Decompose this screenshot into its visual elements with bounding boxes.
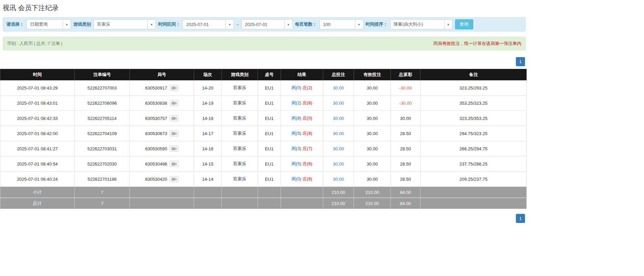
round-cell: 630530590	[130, 141, 194, 156]
total-bet-link[interactable]: 30.00	[333, 131, 344, 136]
player-result: 闲(3)	[291, 146, 301, 151]
table-row: 2025-07-01 08:40:54522622702030630530496…	[0, 156, 527, 172]
valid-bet-cell: 30.00	[354, 80, 391, 96]
col-header-game-type: 游戏类别	[222, 69, 258, 80]
result-cell: 闲(2) 庄(8)	[281, 96, 323, 111]
date-to-value: 2025-07-01	[242, 22, 284, 27]
bet-id-cell: 522622703031	[75, 141, 130, 156]
player-result: 闲(5)	[291, 131, 301, 136]
col-header-remark: 备注	[421, 69, 527, 80]
payout-cell: -30.00	[391, 80, 421, 96]
currency-summary-text: 币别 : 人民币 | 总共 :7 注单 |	[7, 41, 63, 47]
time-cell: 2025-07-01 08:42:00	[0, 126, 75, 141]
table-no-cell: EU1	[258, 111, 281, 126]
col-header-session: 场次	[194, 69, 222, 80]
bet-id-cell: 522622702030	[75, 156, 130, 172]
video-replay-button[interactable]	[170, 161, 178, 167]
valid-bet-cell: 30.00	[354, 172, 391, 187]
total-bet-link[interactable]: 30.00	[333, 177, 344, 182]
page-number-button[interactable]: 1	[516, 57, 525, 66]
video-replay-button[interactable]	[170, 115, 178, 121]
footer-empty-cell	[194, 198, 222, 209]
page-size-select[interactable]: 100 ▾	[319, 19, 363, 29]
round-cell: 630530420	[130, 172, 194, 187]
footer-payout-cell: 84.00	[391, 198, 421, 209]
player-result: 闲(0)	[291, 85, 301, 90]
total-bet-cell: 30.00	[323, 80, 354, 96]
result-cell: 闲(5) 庄(8)	[281, 126, 323, 141]
game-type-value: 百家乐	[94, 21, 147, 27]
session-cell: 14-17	[194, 126, 222, 141]
round-cell: 630530838	[130, 96, 194, 111]
video-replay-button[interactable]	[170, 176, 178, 182]
date-from-value: 2025-07-01	[183, 22, 225, 27]
session-cell: 14-20	[194, 80, 222, 96]
col-header-valid-bet: 有效投注	[354, 69, 391, 80]
footer-total-bet-cell: 210.00	[323, 187, 354, 198]
total-bet-cell: 30.00	[323, 172, 354, 187]
table-row: 2025-07-01 08:43:29522622707003630530917…	[0, 80, 527, 96]
footer-empty-cell	[281, 198, 323, 209]
game-type-cell: 百家乐	[222, 156, 258, 172]
total-bet-cell: 30.00	[323, 141, 354, 156]
query-type-value: 日期查询	[27, 21, 63, 27]
chevron-down-icon: ▾	[444, 20, 452, 29]
total-bet-cell: 30.00	[323, 156, 354, 172]
col-header-result: 结果	[281, 69, 323, 80]
total-bet-link[interactable]: 30.00	[333, 116, 344, 121]
date-to-select[interactable]: 2025-07-01 ▾	[241, 19, 293, 29]
footer-count-cell: 7	[75, 198, 130, 209]
col-header-bet-id: 注单编号	[75, 69, 130, 80]
video-icon	[171, 117, 177, 122]
game-type-select[interactable]: 百家乐 ▾	[93, 19, 156, 29]
table-row: 2025-07-01 08:40:24522622701186630530420…	[0, 172, 527, 187]
query-type-select[interactable]: 日期查询 ▾	[26, 19, 71, 29]
chevron-down-icon: ▾	[225, 20, 234, 29]
video-replay-button[interactable]	[170, 130, 178, 136]
total-bet-link[interactable]: 30.00	[333, 101, 344, 106]
payout-value: -30.00	[399, 85, 412, 91]
payout-value: 28.50	[400, 161, 411, 167]
bet-id-cell: 522622704109	[75, 126, 130, 141]
video-icon	[171, 101, 177, 106]
payout-cell: 28.50	[391, 126, 421, 141]
date-range-separator: ~	[236, 22, 239, 27]
banker-result: 庄(0)	[303, 116, 312, 121]
footer-empty-cell	[130, 198, 194, 209]
session-cell: 14-19	[194, 96, 222, 111]
total-bet-link[interactable]: 30.00	[333, 161, 344, 167]
video-icon	[171, 86, 177, 91]
pagination-bottom: 1	[0, 214, 525, 223]
search-button[interactable]: 查询	[455, 19, 473, 29]
game-type-cell: 百家乐	[222, 141, 258, 156]
footer-empty-cell	[281, 187, 323, 198]
round-id: 630530917	[145, 85, 167, 91]
total-bet-link[interactable]: 30.00	[333, 146, 344, 151]
total-bet-link[interactable]: 30.00	[333, 85, 344, 91]
player-result: 闲(0)	[291, 176, 301, 181]
query-type-label: 请选择：	[6, 21, 24, 27]
video-replay-button[interactable]	[170, 85, 178, 91]
sort-select[interactable]: 降冪(由大到小) ▾	[390, 19, 453, 29]
round-id: 630530496	[145, 161, 167, 167]
page-number-button[interactable]: 1	[516, 214, 525, 223]
table-no-cell: EU1	[258, 156, 281, 172]
footer-empty-cell	[258, 187, 281, 198]
total-bet-cell: 30.00	[323, 126, 354, 141]
time-cell: 2025-07-01 08:40:54	[0, 156, 75, 172]
session-cell: 14-14	[194, 172, 222, 187]
video-replay-button[interactable]	[170, 100, 178, 106]
date-from-select[interactable]: 2025-07-01 ▾	[183, 19, 234, 29]
footer-valid-bet-cell: 210.00	[354, 187, 391, 198]
chevron-down-icon: ▾	[63, 20, 71, 29]
page-size-value: 100	[320, 22, 355, 27]
remark-cell: 237.75/266.25	[421, 156, 527, 172]
sort-value: 降冪(由大到小)	[390, 21, 444, 27]
video-replay-button[interactable]	[170, 146, 178, 152]
player-result: 闲(5)	[291, 161, 301, 166]
session-cell: 14-16	[194, 141, 222, 156]
result-cell: 闲(0) 庄(2)	[281, 80, 323, 96]
video-icon	[171, 177, 177, 182]
round-id: 630530590	[145, 146, 167, 151]
game-type-label: 游戏类别	[73, 21, 91, 27]
